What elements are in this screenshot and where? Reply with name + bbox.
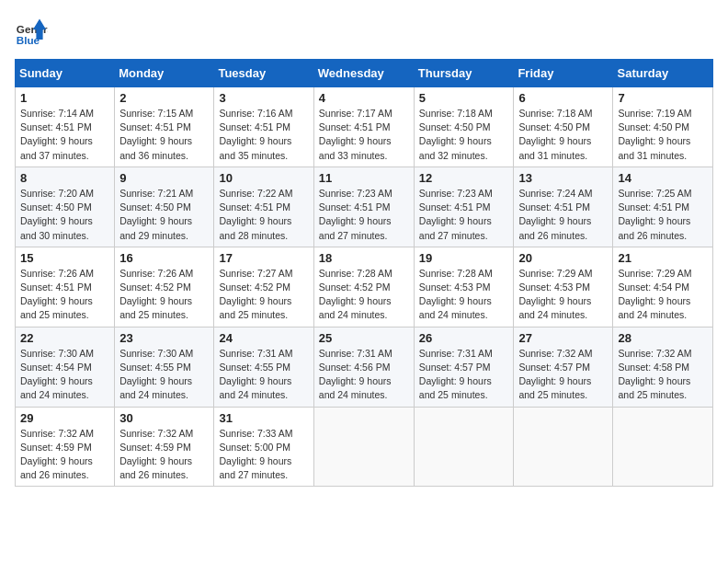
calendar-day-cell: 7Sunrise: 7:19 AM Sunset: 4:50 PM Daylig… <box>613 87 713 167</box>
day-number: 3 <box>219 91 308 105</box>
day-number: 25 <box>319 331 409 345</box>
calendar-day-cell <box>613 407 713 487</box>
day-info: Sunrise: 7:24 AM Sunset: 4:51 PM Dayligh… <box>518 187 608 243</box>
calendar-day-cell: 10Sunrise: 7:22 AM Sunset: 4:51 PM Dayli… <box>214 167 313 247</box>
day-number: 30 <box>119 411 209 425</box>
day-number: 2 <box>119 91 209 105</box>
calendar-day-cell: 5Sunrise: 7:18 AM Sunset: 4:50 PM Daylig… <box>414 87 514 167</box>
calendar-day-cell: 22Sunrise: 7:30 AM Sunset: 4:54 PM Dayli… <box>16 327 115 407</box>
calendar-day-cell: 20Sunrise: 7:29 AM Sunset: 4:53 PM Dayli… <box>514 247 613 327</box>
day-info: Sunrise: 7:23 AM Sunset: 4:51 PM Dayligh… <box>419 187 509 243</box>
logo-icon: General Blue <box>15 15 48 48</box>
calendar-day-cell: 1Sunrise: 7:14 AM Sunset: 4:51 PM Daylig… <box>16 87 115 167</box>
day-info: Sunrise: 7:15 AM Sunset: 4:51 PM Dayligh… <box>119 107 209 163</box>
calendar-day-cell: 28Sunrise: 7:32 AM Sunset: 4:58 PM Dayli… <box>613 327 713 407</box>
day-info: Sunrise: 7:31 AM Sunset: 4:56 PM Dayligh… <box>319 347 409 403</box>
day-number: 26 <box>419 331 509 345</box>
day-number: 1 <box>20 91 109 105</box>
day-number: 28 <box>618 331 708 345</box>
day-number: 5 <box>419 91 509 105</box>
day-number: 11 <box>319 171 409 185</box>
day-info: Sunrise: 7:26 AM Sunset: 4:51 PM Dayligh… <box>20 267 109 323</box>
day-info: Sunrise: 7:33 AM Sunset: 5:00 PM Dayligh… <box>219 427 308 483</box>
page-header: General Blue <box>15 15 713 48</box>
day-number: 13 <box>518 171 608 185</box>
day-info: Sunrise: 7:32 AM Sunset: 4:58 PM Dayligh… <box>618 347 708 403</box>
day-number: 8 <box>20 171 109 185</box>
calendar-day-cell: 21Sunrise: 7:29 AM Sunset: 4:54 PM Dayli… <box>613 247 713 327</box>
day-info: Sunrise: 7:27 AM Sunset: 4:52 PM Dayligh… <box>219 267 308 323</box>
calendar-day-cell: 24Sunrise: 7:31 AM Sunset: 4:55 PM Dayli… <box>214 327 313 407</box>
day-number: 14 <box>618 171 708 185</box>
calendar-day-cell: 6Sunrise: 7:18 AM Sunset: 4:50 PM Daylig… <box>514 87 613 167</box>
day-number: 23 <box>119 331 209 345</box>
day-number: 31 <box>219 411 308 425</box>
day-info: Sunrise: 7:32 AM Sunset: 4:59 PM Dayligh… <box>20 427 109 483</box>
day-info: Sunrise: 7:32 AM Sunset: 4:59 PM Dayligh… <box>119 427 209 483</box>
weekday-header: Wednesday <box>313 60 414 87</box>
calendar-week-row: 22Sunrise: 7:30 AM Sunset: 4:54 PM Dayli… <box>16 327 713 407</box>
calendar-day-cell: 12Sunrise: 7:23 AM Sunset: 4:51 PM Dayli… <box>414 167 514 247</box>
calendar-day-cell: 8Sunrise: 7:20 AM Sunset: 4:50 PM Daylig… <box>16 167 115 247</box>
day-info: Sunrise: 7:18 AM Sunset: 4:50 PM Dayligh… <box>419 107 509 163</box>
day-info: Sunrise: 7:19 AM Sunset: 4:50 PM Dayligh… <box>618 107 708 163</box>
day-number: 6 <box>518 91 608 105</box>
day-info: Sunrise: 7:22 AM Sunset: 4:51 PM Dayligh… <box>219 187 308 243</box>
calendar-day-cell <box>514 407 613 487</box>
calendar-week-row: 29Sunrise: 7:32 AM Sunset: 4:59 PM Dayli… <box>16 407 713 487</box>
day-number: 16 <box>119 251 209 265</box>
calendar-day-cell: 19Sunrise: 7:28 AM Sunset: 4:53 PM Dayli… <box>414 247 514 327</box>
weekday-header: Sunday <box>16 60 115 87</box>
calendar-day-cell: 15Sunrise: 7:26 AM Sunset: 4:51 PM Dayli… <box>16 247 115 327</box>
weekday-header: Thursday <box>414 60 514 87</box>
day-info: Sunrise: 7:29 AM Sunset: 4:54 PM Dayligh… <box>618 267 708 323</box>
day-number: 12 <box>419 171 509 185</box>
calendar-day-cell: 17Sunrise: 7:27 AM Sunset: 4:52 PM Dayli… <box>214 247 313 327</box>
day-number: 22 <box>20 331 109 345</box>
calendar-day-cell: 2Sunrise: 7:15 AM Sunset: 4:51 PM Daylig… <box>115 87 214 167</box>
day-number: 4 <box>319 91 409 105</box>
day-info: Sunrise: 7:14 AM Sunset: 4:51 PM Dayligh… <box>20 107 109 163</box>
day-info: Sunrise: 7:17 AM Sunset: 4:51 PM Dayligh… <box>319 107 409 163</box>
weekday-header: Tuesday <box>214 60 313 87</box>
day-info: Sunrise: 7:31 AM Sunset: 4:57 PM Dayligh… <box>419 347 509 403</box>
calendar-day-cell: 3Sunrise: 7:16 AM Sunset: 4:51 PM Daylig… <box>214 87 313 167</box>
day-number: 9 <box>119 171 209 185</box>
day-info: Sunrise: 7:28 AM Sunset: 4:52 PM Dayligh… <box>319 267 409 323</box>
calendar-header-row: SundayMondayTuesdayWednesdayThursdayFrid… <box>16 60 713 87</box>
calendar-day-cell: 11Sunrise: 7:23 AM Sunset: 4:51 PM Dayli… <box>313 167 414 247</box>
calendar-day-cell: 18Sunrise: 7:28 AM Sunset: 4:52 PM Dayli… <box>313 247 414 327</box>
calendar-day-cell <box>313 407 414 487</box>
calendar-table: SundayMondayTuesdayWednesdayThursdayFrid… <box>15 59 713 487</box>
calendar-week-row: 1Sunrise: 7:14 AM Sunset: 4:51 PM Daylig… <box>16 87 713 167</box>
calendar-day-cell: 16Sunrise: 7:26 AM Sunset: 4:52 PM Dayli… <box>115 247 214 327</box>
day-number: 10 <box>219 171 308 185</box>
weekday-header: Monday <box>115 60 214 87</box>
day-number: 15 <box>20 251 109 265</box>
logo: General Blue <box>15 15 48 48</box>
day-info: Sunrise: 7:28 AM Sunset: 4:53 PM Dayligh… <box>419 267 509 323</box>
day-info: Sunrise: 7:21 AM Sunset: 4:50 PM Dayligh… <box>119 187 209 243</box>
day-number: 24 <box>219 331 308 345</box>
calendar-day-cell: 30Sunrise: 7:32 AM Sunset: 4:59 PM Dayli… <box>115 407 214 487</box>
day-number: 7 <box>618 91 708 105</box>
calendar-day-cell: 4Sunrise: 7:17 AM Sunset: 4:51 PM Daylig… <box>313 87 414 167</box>
day-info: Sunrise: 7:30 AM Sunset: 4:54 PM Dayligh… <box>20 347 109 403</box>
calendar-day-cell: 31Sunrise: 7:33 AM Sunset: 5:00 PM Dayli… <box>214 407 313 487</box>
calendar-day-cell: 25Sunrise: 7:31 AM Sunset: 4:56 PM Dayli… <box>313 327 414 407</box>
calendar-day-cell <box>414 407 514 487</box>
day-info: Sunrise: 7:23 AM Sunset: 4:51 PM Dayligh… <box>319 187 409 243</box>
day-info: Sunrise: 7:26 AM Sunset: 4:52 PM Dayligh… <box>119 267 209 323</box>
weekday-header: Friday <box>514 60 613 87</box>
calendar-day-cell: 9Sunrise: 7:21 AM Sunset: 4:50 PM Daylig… <box>115 167 214 247</box>
weekday-header: Saturday <box>613 60 713 87</box>
day-info: Sunrise: 7:29 AM Sunset: 4:53 PM Dayligh… <box>518 267 608 323</box>
day-info: Sunrise: 7:25 AM Sunset: 4:51 PM Dayligh… <box>618 187 708 243</box>
day-number: 18 <box>319 251 409 265</box>
calendar-day-cell: 13Sunrise: 7:24 AM Sunset: 4:51 PM Dayli… <box>514 167 613 247</box>
day-info: Sunrise: 7:30 AM Sunset: 4:55 PM Dayligh… <box>119 347 209 403</box>
day-number: 17 <box>219 251 308 265</box>
calendar-week-row: 8Sunrise: 7:20 AM Sunset: 4:50 PM Daylig… <box>16 167 713 247</box>
calendar-day-cell: 14Sunrise: 7:25 AM Sunset: 4:51 PM Dayli… <box>613 167 713 247</box>
day-number: 21 <box>618 251 708 265</box>
